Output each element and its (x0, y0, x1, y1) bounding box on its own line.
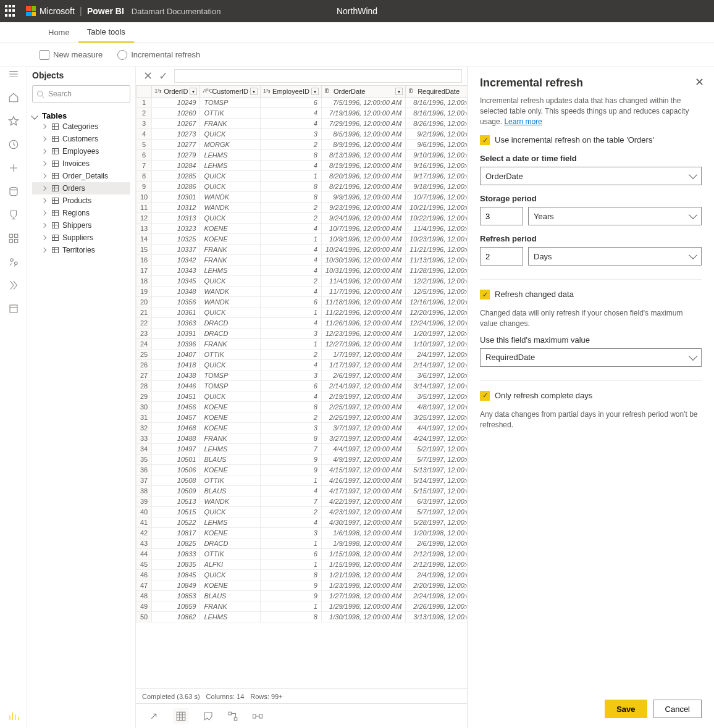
table-item-categories[interactable]: Categories (32, 120, 130, 133)
table-row[interactable]: 4410833OTTIK61/15/1998, 12:00:00 AM2/12/… (136, 549, 468, 559)
table-row[interactable]: 2510407OTTIK21/7/1997, 12:00:00 AM2/4/19… (136, 349, 468, 360)
tab-home[interactable]: Home (40, 23, 78, 42)
table-row[interactable]: 1010301WANDK89/9/1996, 12:00:00 AM10/7/1… (136, 192, 468, 203)
home-icon[interactable] (8, 92, 19, 103)
filter-icon[interactable]: ▾ (311, 88, 319, 95)
table-row[interactable]: 2310391DRACD312/23/1996, 12:00:00 AM1/20… (136, 328, 468, 339)
storage-unit-select[interactable]: Years (528, 207, 702, 225)
table-row[interactable]: 810285QUICK18/20/1996, 12:00:00 AM9/17/1… (136, 171, 468, 182)
search-input[interactable]: Search (32, 85, 130, 103)
table-row[interactable]: 710284LEHMS48/19/1996, 12:00:00 AM9/16/1… (136, 161, 468, 171)
table-row[interactable]: 3810509BLAUS44/17/1997, 12:00:00 AM5/15/… (136, 486, 468, 496)
recent-icon[interactable] (8, 139, 19, 150)
table-row[interactable]: 210260OTTIK47/19/1996, 12:00:00 AM8/16/1… (136, 108, 468, 119)
use-incremental-checkbox[interactable]: ✓ (480, 135, 490, 145)
table-row[interactable]: 2610418QUICK41/17/1997, 12:00:00 AM2/14/… (136, 360, 468, 370)
column-header-orderdate[interactable]: 🗓OrderDate▾ (321, 86, 405, 98)
table-row[interactable]: 3210468KOENE33/7/1997, 12:00:00 AM4/4/19… (136, 423, 468, 433)
table-row[interactable]: 2210363DRACD411/26/1996, 12:00:00 AM12/2… (136, 318, 468, 328)
filter-icon[interactable]: ▾ (395, 88, 403, 95)
accept-formula-icon[interactable]: ✓ (159, 69, 168, 83)
table-item-employees[interactable]: Employees (32, 145, 130, 157)
table-row[interactable]: 110249TOMSP67/5/1996, 12:00:00 AM8/16/19… (136, 98, 468, 108)
table-row[interactable]: 1510337FRANK410/24/1996, 12:00:00 AM11/2… (136, 245, 468, 255)
table-row[interactable]: 4310825DRACD11/9/1998, 12:00:00 AM2/6/19… (136, 538, 468, 549)
table-row[interactable]: 2710438TOMSP32/6/1997, 12:00:00 AM3/6/19… (136, 370, 468, 381)
table-row[interactable]: 3010456KOENE82/25/1997, 12:00:00 AM4/8/1… (136, 402, 468, 412)
table-row[interactable]: 4710849KOENE91/23/1998, 12:00:00 AM2/20/… (136, 580, 468, 591)
table-item-shippers[interactable]: Shippers (32, 219, 130, 232)
table-row[interactable]: 1110312WANDK29/23/1996, 12:00:00 AM10/21… (136, 203, 468, 213)
table-row[interactable]: 1310323KOENE410/7/1996, 12:00:00 AM11/4/… (136, 224, 468, 234)
table-row[interactable]: 310267FRANK47/29/1996, 12:00:00 AM8/26/1… (136, 119, 468, 129)
relationship-view-icon[interactable] (252, 711, 263, 722)
table-row[interactable]: 4610845QUICK81/21/1998, 12:00:00 AM2/4/1… (136, 570, 468, 580)
table-row[interactable]: 1610342FRANK410/30/1996, 12:00:00 AM11/1… (136, 255, 468, 266)
filter-icon[interactable]: ▾ (190, 88, 197, 95)
table-row[interactable]: 610279LEHMS88/13/1996, 12:00:00 AM9/10/1… (136, 150, 468, 161)
waffle-launcher-icon[interactable] (5, 5, 17, 17)
table-row[interactable]: 3610506KOENE94/15/1997, 12:00:00 AM5/13/… (136, 465, 468, 475)
table-row[interactable]: 1210313QUICK29/24/1996, 12:00:00 AM10/22… (136, 213, 468, 224)
table-row[interactable]: 1710343LEHMS410/31/1996, 12:00:00 AM11/2… (136, 266, 468, 276)
table-item-orders[interactable]: Orders (32, 182, 130, 195)
learn-icon[interactable] (8, 303, 19, 314)
table-row[interactable]: 4810853BLAUS91/27/1998, 12:00:00 AM2/24/… (136, 591, 468, 601)
table-row[interactable]: 3510501BLAUS94/9/1997, 12:00:00 AM5/7/19… (136, 454, 468, 465)
query-view-icon[interactable] (203, 711, 214, 722)
refresh-value-input[interactable] (480, 247, 523, 266)
table-item-regions[interactable]: Regions (32, 207, 130, 219)
table-row[interactable]: 4910859FRANK11/29/1998, 12:00:00 AM2/26/… (136, 601, 468, 612)
data-grid[interactable]: 1²₃OrderID▾AᴮCCustomerID▾1²₃EmployeeID▾🗓… (136, 85, 467, 688)
storage-value-input[interactable] (480, 207, 523, 225)
table-row[interactable]: 2910451QUICK42/19/1997, 12:00:00 AM3/5/1… (136, 391, 468, 402)
hamburger-icon[interactable] (8, 69, 19, 80)
incremental-refresh-button[interactable]: Incremental refresh (117, 50, 200, 60)
expand-icon[interactable] (148, 711, 159, 722)
new-measure-button[interactable]: New measure (40, 50, 103, 60)
column-header-customerid[interactable]: AᴮCCustomerID▾ (200, 86, 261, 98)
table-row[interactable]: 1910348WANDK411/7/1996, 12:00:00 AM12/5/… (136, 287, 468, 297)
shared-icon[interactable] (8, 256, 19, 267)
table-item-products[interactable]: Products (32, 195, 130, 207)
workspace-icon[interactable] (8, 711, 19, 722)
table-row[interactable]: 2010356WANDK611/18/1996, 12:00:00 AM12/1… (136, 297, 468, 308)
deploy-icon[interactable] (8, 280, 19, 291)
table-item-customers[interactable]: Customers (32, 133, 130, 145)
datasets-icon[interactable] (8, 186, 19, 197)
goals-icon[interactable] (8, 209, 19, 220)
filter-icon[interactable]: ▾ (250, 88, 258, 95)
date-field-select[interactable]: OrderDate (480, 167, 702, 185)
table-item-suppliers[interactable]: Suppliers (32, 232, 130, 244)
table-row[interactable]: 2110361QUICK111/22/1996, 12:00:00 AM12/2… (136, 308, 468, 318)
tab-table-tools[interactable]: Table tools (78, 22, 134, 43)
cancel-formula-icon[interactable]: ✕ (143, 69, 153, 83)
close-icon[interactable]: ✕ (695, 75, 704, 89)
table-row[interactable]: 3910513WANDK74/22/1997, 12:00:00 AM6/3/1… (136, 496, 468, 507)
formula-bar[interactable] (174, 69, 462, 83)
tables-group[interactable]: Tables (32, 111, 130, 120)
table-item-order_details[interactable]: Order_Details (32, 170, 130, 182)
data-view-icon[interactable] (173, 708, 189, 724)
table-item-invoices[interactable]: Invoices (32, 157, 130, 170)
table-row[interactable]: 4210817KOENE31/6/1998, 12:00:00 AM1/20/1… (136, 528, 468, 538)
apps-icon[interactable] (8, 233, 19, 244)
table-row[interactable]: 4010515QUICK24/23/1997, 12:00:00 AM5/7/1… (136, 507, 468, 517)
column-header-requireddate[interactable]: 🗓RequiredDate▾ (406, 86, 467, 98)
table-row[interactable]: 1810345QUICK211/4/1996, 12:00:00 AM12/2/… (136, 276, 468, 287)
max-field-select[interactable]: RequiredDate (480, 348, 702, 367)
save-button[interactable]: Save (605, 700, 647, 718)
table-row[interactable]: 1410325KOENE110/9/1996, 12:00:00 AM10/23… (136, 234, 468, 245)
column-header-orderid[interactable]: 1²₃OrderID▾ (152, 86, 200, 98)
table-row[interactable]: 2410396FRANK112/27/1996, 12:00:00 AM1/10… (136, 339, 468, 349)
table-row[interactable]: 910286QUICK88/21/1996, 12:00:00 AM9/18/1… (136, 182, 468, 192)
learn-more-link[interactable]: Learn more (504, 117, 542, 126)
cancel-button[interactable]: Cancel (653, 700, 702, 718)
table-row[interactable]: 3110457KOENE22/25/1997, 12:00:00 AM3/25/… (136, 412, 468, 423)
table-row[interactable]: 4110522LEHMS44/30/1997, 12:00:00 AM5/28/… (136, 517, 468, 528)
table-row[interactable]: 2810446TOMSP62/14/1997, 12:00:00 AM3/14/… (136, 381, 468, 391)
refresh-unit-select[interactable]: Days (528, 247, 702, 266)
table-row[interactable]: 4510835ALFKI11/15/1998, 12:00:00 AM2/12/… (136, 559, 468, 570)
table-row[interactable]: 3710508OTTIK14/16/1997, 12:00:00 AM5/14/… (136, 475, 468, 486)
favorite-icon[interactable] (8, 115, 19, 127)
